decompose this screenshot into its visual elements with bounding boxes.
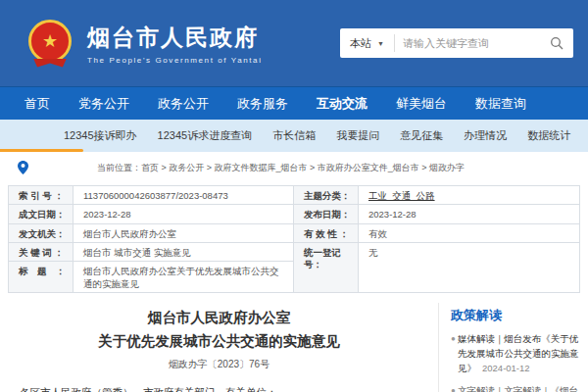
nav-item-fresh-yantai[interactable]: 鲜美烟台: [396, 95, 447, 113]
document-salutation: 各区市人民政府（管委），市政府有关部门，有关单位：: [20, 383, 418, 392]
policy-item-text: 文字解读｜文字解读｜《烟台市关于优先发展城市公共交通的实施意见》: [458, 385, 579, 392]
document-column: 烟台市人民政府办公室 关于优先发展城市公共交通的实施意见 烟政办字〔2023〕7…: [0, 303, 439, 392]
main-nav: 首页 党务公开 政务公开 政务服务 互动交流 鲜美烟台 数据查询: [0, 86, 588, 120]
list-item[interactable]: ●媒体解读｜烟台发布《关于优先发展城市公共交通的实施意见》2024-01-12: [451, 332, 580, 375]
table-row: 有 效 性 ： 有效: [294, 224, 579, 243]
meta-label-written-date: 成文日期：: [9, 205, 74, 222]
list-item[interactable]: ●文字解读｜文字解读｜《烟台市关于优先发展城市公共交通的实施意见》2023-12…: [451, 384, 580, 392]
document-title-line2: 关于优先发展城市公共交通的实施意见: [10, 330, 428, 354]
nav-item-data-query[interactable]: 数据查询: [475, 95, 526, 113]
search-input[interactable]: [395, 37, 540, 49]
meta-value-topic-category: 工业_交通_公路: [359, 186, 579, 204]
meta-table-left: 索 引 号 ： 113706000042603877/2023-08473 成文…: [9, 186, 294, 292]
site-subtitle: The People's Government of Yantai: [87, 56, 263, 65]
meta-value-title: 烟台市人民政府办公室关于优先发展城市公共交通的实施意见: [74, 262, 293, 292]
table-row: 索 引 号 ： 113706000042603877/2023-08473: [9, 186, 293, 205]
subnav-item-data-statistics[interactable]: 数据统计: [527, 128, 570, 143]
meta-value-index-no: 113706000042603877/2023-08473: [74, 186, 293, 204]
search-button[interactable]: [540, 36, 573, 50]
document-title: 烟台市人民政府办公室 关于优先发展城市公共交通的实施意见: [10, 307, 428, 354]
search-scope-dropdown[interactable]: 本站 ▼: [340, 28, 394, 58]
meta-label-registration-no: 统一登记号：: [294, 243, 359, 292]
site-header: ★ 烟台市人民政府 The People's Government of Yan…: [0, 0, 588, 86]
subnav-item-mayor-mailbox[interactable]: 市长信箱: [272, 128, 316, 143]
meta-label-index-no: 索 引 号 ：: [9, 186, 74, 204]
meta-value-written-date: 2023-12-28: [74, 205, 293, 222]
document-number: 烟政办字〔2023〕76号: [10, 358, 428, 371]
content-area: 烟台市人民政府办公室 关于优先发展城市公共交通的实施意见 烟政办字〔2023〕7…: [0, 303, 588, 392]
document-title-line1: 烟台市人民政府办公室: [10, 307, 428, 330]
search-icon: [550, 36, 564, 50]
accent-bar: [0, 149, 83, 152]
meta-label-title: 标 题 ：: [9, 262, 74, 292]
meta-value-keywords: 烟台市 城市交通 实施意见: [74, 243, 293, 261]
table-row: 成文日期： 2023-12-28: [9, 205, 293, 223]
site-logo[interactable]: ★: [23, 20, 77, 68]
bullet-icon: ●: [451, 385, 456, 392]
policy-item-date: 2024-01-12: [482, 363, 530, 373]
subnav-item-12345-hotline[interactable]: 12345接诉即办: [64, 128, 137, 143]
nav-item-gov-affairs[interactable]: 政务公开: [158, 95, 209, 113]
table-row: 发文机关： 烟台市人民政府办公室: [9, 224, 293, 243]
document-meta-table: 索 引 号 ： 113706000042603877/2023-08473 成文…: [8, 185, 580, 293]
subnav-item-handling-status[interactable]: 办理情况: [464, 128, 507, 143]
meta-value-issuing-agency: 烟台市人民政府办公室: [74, 224, 293, 242]
subnav-item-opinion-collection[interactable]: 意见征集: [400, 128, 443, 143]
nav-item-gov-services[interactable]: 政务服务: [237, 95, 288, 113]
nav-item-home[interactable]: 首页: [24, 95, 50, 113]
nav-item-party-affairs[interactable]: 党务公开: [78, 95, 129, 113]
meta-value-registration-no: 无: [359, 243, 579, 292]
sub-nav: 12345接诉即办 12345诉求进度查询 市长信箱 我要提问 意见征集 办理情…: [0, 120, 588, 152]
meta-label-issuing-agency: 发文机关：: [9, 224, 74, 242]
document-body: 各区市人民政府（管委），市政府有关部门，有关单位： 为贯彻落实城市公共交通优先发…: [10, 383, 428, 392]
site-title: 烟台市人民政府: [87, 23, 263, 53]
table-row: 标 题 ： 烟台市人民政府办公室关于优先发展城市公共交通的实施意见: [9, 262, 293, 292]
table-row: 关 键 词 ： 烟台市 城市交通 实施意见: [9, 243, 293, 262]
page: ★ 烟台市人民政府 The People's Government of Yan…: [0, 0, 588, 392]
policy-sidebar-title: 政策解读: [451, 307, 580, 324]
topic-category-link[interactable]: 工业_交通_公路: [368, 190, 435, 202]
meta-label-publish-date: 发布日期：: [294, 205, 359, 222]
table-row: 统一登记号： 无: [294, 243, 579, 292]
bullet-icon: ●: [451, 333, 456, 345]
site-title-block: 烟台市人民政府 The People's Government of Yanta…: [87, 23, 263, 65]
search-scope-label: 本站: [350, 36, 371, 51]
nav-item-interaction[interactable]: 互动交流: [317, 95, 368, 113]
breadcrumb-row: 当前位置：首页 > 政务公开 > 政府文件数据库_烟台市 > 市政府办公室文件_…: [0, 152, 588, 183]
meta-label-keywords: 关 键 词 ：: [9, 243, 74, 261]
chevron-down-icon: ▼: [377, 40, 384, 47]
meta-value-validity: 有效: [359, 224, 579, 242]
search-box: 本站 ▼: [340, 28, 573, 58]
table-row: 主题分类： 工业_交通_公路: [294, 186, 579, 205]
meta-label-topic-category: 主题分类：: [294, 186, 359, 204]
meta-value-publish-date: 2023-12-28: [359, 205, 579, 222]
emblem-ribbon: [33, 59, 67, 68]
star-icon: ★: [42, 32, 58, 50]
location-pin-icon: [18, 161, 28, 174]
subnav-item-12345-progress[interactable]: 12345诉求进度查询: [158, 128, 253, 143]
national-emblem-icon: ★: [28, 20, 72, 63]
meta-table-right: 主题分类： 工业_交通_公路 发布日期： 2023-12-28 有 效 性 ： …: [294, 186, 579, 292]
policy-sidebar: 政策解读 ●媒体解读｜烟台发布《关于优先发展城市公共交通的实施意见》2024-0…: [439, 303, 588, 392]
table-row: 发布日期： 2023-12-28: [294, 205, 579, 223]
breadcrumb[interactable]: 当前位置：首页 > 政务公开 > 政府文件数据库_烟台市 > 市政府办公室文件_…: [97, 162, 465, 174]
subnav-item-ask-question[interactable]: 我要提问: [336, 128, 379, 143]
meta-label-validity: 有 效 性 ：: [294, 224, 359, 242]
